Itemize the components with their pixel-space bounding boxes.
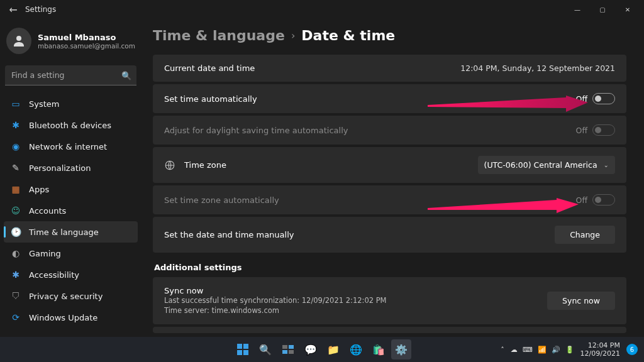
search-box[interactable]: 🔍 [5,65,136,85]
nav-label: System [29,99,59,109]
window-title: Settings [25,5,56,14]
notification-badge[interactable]: 6 [626,344,638,355]
globe-icon [164,160,175,171]
current-datetime-value: 12:04 PM, Sunday, 12 September 2021 [460,63,615,73]
nav-label: Personalization [29,163,91,173]
volume-tray-icon[interactable]: 🔊 [552,346,560,354]
file-explorer-icon[interactable]: 📁 [323,339,343,359]
chevron-right-icon: › [291,30,295,41]
svg-rect-10 [282,350,287,354]
sync-last-success: Last successful time synchronization: 12… [164,295,387,305]
nav-label: Apps [29,185,49,194]
store-icon[interactable]: 🛍️ [369,339,389,359]
wifi-tray-icon[interactable]: 📶 [538,346,547,354]
nav-label: Privacy & security [29,292,103,301]
svg-rect-9 [289,345,294,349]
svg-rect-6 [237,350,242,355]
user-profile[interactable]: Samuel Mbanaso mbanaso.samuel@gmail.com [4,25,138,63]
chevron-down-icon: ⌄ [604,162,609,168]
battery-tray-icon[interactable]: 🔋 [565,346,574,354]
toggle-state-text: Off [576,126,587,135]
sync-title: Sync now [164,286,387,295]
nav-item-accounts[interactable]: ☺Accounts [4,200,138,221]
row-placeholder [153,327,626,333]
onedrive-icon[interactable]: ☁ [511,346,518,354]
shield-icon: ⛉ [10,290,21,302]
accounts-icon: ☺ [10,205,21,216]
nav-item-privacy[interactable]: ⛉Privacy & security [4,285,138,307]
change-button[interactable]: Change [555,226,615,244]
set-time-auto-label: Set time automatically [164,94,257,104]
widgets-icon[interactable]: 💬 [301,339,321,359]
nav-item-system[interactable]: ▭System [4,93,138,114]
update-icon: ⟳ [10,312,21,323]
toggle-state-text: Off [576,94,587,104]
systray-chevron-icon[interactable]: ˄ [501,346,504,354]
close-button[interactable]: ✕ [615,0,640,19]
keyboard-icon[interactable]: ⌨ [523,346,533,354]
clock-date: 12/09/2021 [580,349,620,358]
main-content: Time & language › Date & time Current da… [142,19,644,337]
nav-item-windows-update[interactable]: ⟳Windows Update [4,307,138,328]
row-sync-now: Sync now Last successful time synchroniz… [153,277,626,324]
maximize-button[interactable]: ▢ [590,0,615,19]
nav-item-accessibility[interactable]: ✱Accessibility [4,264,138,285]
svg-point-0 [16,36,21,41]
user-email: mbanaso.samuel@gmail.com [38,42,135,50]
dst-auto-toggle: Off [576,124,615,136]
search-icon: 🔍 [121,71,131,80]
sidebar: Samuel Mbanaso mbanaso.samuel@gmail.com … [0,19,142,337]
row-set-time-auto[interactable]: Set time automatically Off [153,84,626,113]
toggle-switch-icon [592,93,615,104]
timezone-dropdown[interactable]: (UTC-06:00) Central America ⌄ [478,156,615,174]
nav-label: Gaming [29,249,61,258]
taskbar-center: 🔍 💬 📁 🌐 🛍️ ⚙️ [233,339,411,359]
svg-rect-8 [282,345,287,349]
bluetooth-icon: ✱ [10,119,21,131]
system-tray[interactable]: ☁ ⌨ 📶 🔊 🔋 [511,346,574,354]
row-set-manual: Set the date and time manually Change [153,217,626,253]
nav-item-personalization[interactable]: ✎Personalization [4,157,138,178]
clock-time: 12:04 PM [580,341,620,349]
settings-icon[interactable]: ⚙️ [391,339,411,359]
nav-item-gaming[interactable]: ◐Gaming [4,243,138,264]
apps-icon: ▦ [10,184,21,195]
svg-rect-5 [243,344,248,349]
edge-icon[interactable]: 🌐 [346,339,366,359]
current-datetime-label: Current date and time [164,63,255,73]
timezone-label: Time zone [184,160,226,170]
sync-now-button[interactable]: Sync now [547,292,615,310]
toggle-switch-icon [592,124,615,136]
row-current-datetime: Current date and time 12:04 PM, Sunday, … [153,55,626,82]
set-tz-auto-toggle: Off [576,194,615,206]
set-time-auto-toggle[interactable]: Off [576,93,615,104]
titlebar: ← Settings — ▢ ✕ [0,0,644,19]
set-tz-auto-label: Set time zone automatically [164,195,279,205]
minimize-button[interactable]: — [565,0,590,19]
nav-item-time-language[interactable]: 🕑Time & language [4,221,138,243]
paint-icon: ✎ [10,162,21,173]
set-manual-label: Set the date and time manually [164,230,294,239]
svg-rect-7 [243,350,248,355]
svg-rect-4 [237,344,242,349]
nav-item-bluetooth[interactable]: ✱Bluetooth & devices [4,114,138,136]
nav-list: ▭System ✱Bluetooth & devices ◉Network & … [4,93,138,328]
nav-label: Bluetooth & devices [29,121,111,130]
taskbar-right: ˄ ☁ ⌨ 📶 🔊 🔋 12:04 PM 12/09/2021 6 [501,341,644,358]
breadcrumb-parent[interactable]: Time & language [153,28,285,43]
nav-item-network[interactable]: ◉Network & internet [4,136,138,157]
dst-auto-label: Adjust for daylight saving time automati… [164,126,348,135]
taskbar-search-icon[interactable]: 🔍 [255,339,275,359]
svg-rect-11 [289,350,294,354]
avatar-icon [6,28,31,54]
task-view-icon[interactable] [278,339,298,359]
start-button[interactable] [233,339,253,359]
accessibility-icon: ✱ [10,269,21,280]
nav-item-apps[interactable]: ▦Apps [4,178,138,200]
taskbar-clock[interactable]: 12:04 PM 12/09/2021 [580,341,620,358]
search-input[interactable] [5,65,136,85]
page-title: Date & time [301,28,395,43]
nav-label: Windows Update [29,313,97,322]
toggle-state-text: Off [576,195,587,205]
back-button[interactable]: ← [4,4,23,16]
